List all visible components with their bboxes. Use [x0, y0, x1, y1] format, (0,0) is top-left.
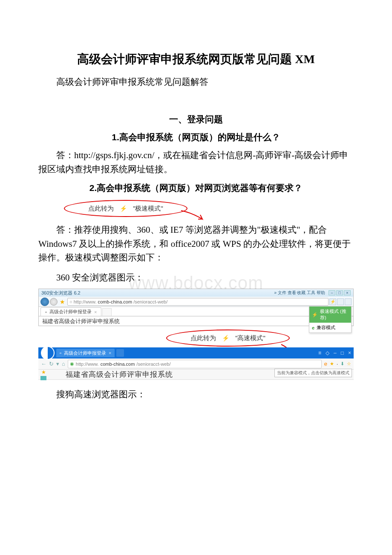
url-scheme-icon: ○	[69, 299, 72, 304]
reload-button[interactable]: ↻	[49, 361, 54, 367]
tab-title: 高级会计师申报登录	[64, 350, 106, 356]
mode-option-compat[interactable]: e 兼容模式	[309, 323, 351, 332]
lightning-icon: ⚡	[120, 205, 127, 212]
bookmark-icon[interactable]: ☆	[347, 361, 351, 367]
mode-hint-tooltip[interactable]: 当前为兼容模式，点击切换为高速模式	[274, 369, 352, 377]
new-tab-button[interactable]	[116, 349, 124, 357]
question-2: 2.高会申报系统（网页版）对网页浏览器等有何要求？	[38, 182, 354, 194]
favorite-icon[interactable]: ★	[58, 298, 66, 305]
browser-360-screenshot: 360安全浏览器 6.2 » 文件 查看 收藏 工具 帮助 – □ × ★ ○ …	[38, 289, 354, 326]
page-icon: ▫	[60, 350, 61, 356]
answer-1: 答：http://gsps.fjkj.gov.cn/，或在福建省会计信息网-高师…	[38, 148, 354, 176]
url-path: /senioracct-web/	[136, 361, 170, 367]
question-1: 1.高会申报系统（网页版）的网址是什么？	[38, 131, 354, 143]
ie-icon: e	[312, 325, 314, 330]
window-buttons: – □ ×	[329, 290, 351, 295]
sogou-tabbar: ▫ 高级会计师申报登录 × ≡ ◇ – □ ×	[38, 347, 354, 358]
window-controls: ≡ ◇ – □ ×	[318, 350, 351, 356]
forward-button[interactable]	[50, 298, 58, 306]
browser-navbar: ★ ○ http://www.comb-china.com/senioracct…	[39, 297, 353, 307]
minimize-button[interactable]: –	[329, 290, 335, 295]
toolbar-icon[interactable]	[337, 298, 344, 305]
separator: ·	[337, 361, 338, 367]
callout-mode: "极速模式"	[133, 205, 163, 213]
address-bar[interactable]: ◉ http://www.comb-china.com/senioracct-w…	[68, 360, 322, 368]
mode-label: 极速模式 (推荐)	[320, 308, 349, 321]
url-prefix: http://www.	[76, 361, 99, 367]
browser-menu[interactable]: » 文件 查看 收藏 工具 帮助	[274, 290, 325, 296]
label-360-browser: 360 安全浏览器图示：	[38, 271, 354, 285]
callout-fast-mode-1: 点此转为 ⚡ "极速模式"	[64, 200, 187, 217]
browser-tabstrip: ▫ 高级会计师申报登录 ×	[39, 307, 353, 316]
dropdown-icon[interactable]: ▾	[56, 361, 59, 367]
callout-mode: "高速模式"	[235, 334, 265, 342]
download-icon[interactable]: ⬇	[340, 361, 344, 367]
sogou-navbar: ← ↻ ▾ ⌂ ◉ http://www.comb-china.com/seni…	[38, 358, 354, 370]
tab-close-icon[interactable]: ×	[94, 309, 97, 315]
document-title: 高级会计师评审申报系统网页版常见问题 XM	[38, 51, 354, 67]
compat-mode-icon[interactable]: e	[324, 361, 327, 367]
back-button[interactable]	[40, 298, 49, 306]
page-content-preview: 福建省高级会计师评审申报系统	[39, 316, 353, 326]
close-button[interactable]: ×	[348, 350, 351, 356]
tab-close-icon[interactable]: ×	[109, 350, 111, 356]
url-prefix: http://www.	[74, 299, 97, 304]
label-sogou-browser: 搜狗高速浏览器图示：	[38, 387, 354, 402]
sogou-sidebar: ★	[38, 368, 49, 381]
new-tab-button[interactable]	[102, 308, 112, 316]
document-subtitle: 高级会计师评审申报系统常见问题解答	[38, 76, 354, 88]
shield-icon: ◉	[70, 361, 74, 367]
minimize-button[interactable]: –	[334, 350, 337, 356]
menu-icon[interactable]: ≡	[318, 350, 321, 356]
mode-option-fast[interactable]: ⚡ 极速模式 (推荐)	[309, 306, 351, 323]
lightning-icon: ⚡	[222, 335, 229, 341]
skin-icon[interactable]: ◇	[326, 350, 329, 356]
sogou-logo-icon	[41, 346, 55, 360]
maximize-button[interactable]: □	[336, 290, 343, 295]
url-domain: comb-china.com	[101, 361, 135, 367]
tab-title: 高级会计师申报登录	[49, 309, 92, 315]
sidebar-item[interactable]	[40, 376, 46, 380]
lightning-icon: ⚡	[312, 312, 318, 318]
back-button[interactable]: ←	[41, 361, 46, 367]
favorite-icon[interactable]: ★	[330, 361, 334, 367]
browser-titlebar: 360安全浏览器 6.2 » 文件 查看 收藏 工具 帮助 – □ ×	[39, 289, 353, 297]
page-icon: ▫	[45, 309, 47, 315]
callout-fast-mode-2: 点此转为 ⚡ "高速模式"	[166, 330, 290, 347]
close-button[interactable]: ×	[344, 290, 351, 295]
mode-label: 兼容模式	[317, 324, 335, 331]
url-domain: comb-china.com	[98, 299, 132, 304]
callout-tail-icon	[179, 208, 205, 221]
address-bar[interactable]: ○ http://www.comb-china.com/senioracct-w…	[67, 298, 329, 306]
browser-sogou-screenshot: ▫ 高级会计师申报登录 × ≡ ◇ – □ × ← ↻ ▾ ⌂ ◉ http:/…	[38, 347, 354, 380]
toolbar-icon[interactable]	[345, 298, 352, 305]
callout-bubble: 点此转为 ⚡ "极速模式"	[64, 200, 187, 217]
url-path: /senioracct-web/	[133, 299, 167, 304]
browser-tab[interactable]: ▫ 高级会计师申报登录 ×	[56, 349, 115, 357]
answer-2: 答：推荐使用搜狗、360、或 IE7 等浏览器并调整为"极速模式"，配合 Win…	[38, 223, 354, 265]
callout-prefix: 点此转为	[88, 205, 114, 213]
mode-switch-icon[interactable]: ⚡	[329, 298, 336, 305]
browser-tab[interactable]: ▫ 高级会计师申报登录 ×	[40, 307, 101, 316]
mode-dropdown: ⚡ 极速模式 (推荐) e 兼容模式	[309, 306, 352, 333]
home-button[interactable]: ⌂	[62, 361, 65, 367]
maximize-button[interactable]: □	[341, 350, 344, 356]
section-heading-login: 一、登录问题	[38, 113, 354, 125]
callout-prefix: 点此转为	[190, 334, 216, 342]
browser-title: 360安全浏览器 6.2	[41, 290, 81, 296]
star-icon[interactable]: ★	[39, 369, 48, 375]
